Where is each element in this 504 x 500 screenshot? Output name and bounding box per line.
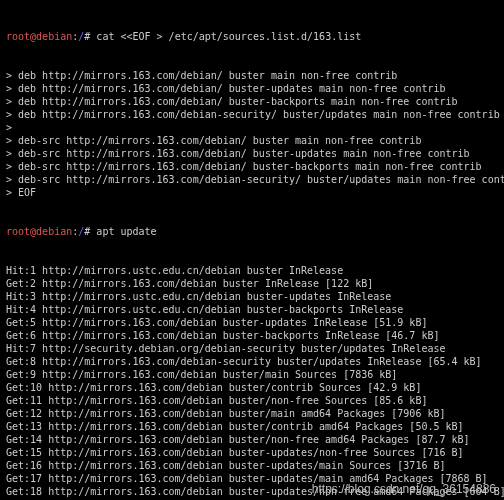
output-line: Get:6 http://mirrors.163.com/debian bust… [6,329,498,342]
prompt-end: # [84,226,90,237]
command-text: apt update [96,226,156,237]
output-line: Get:2 http://mirrors.163.com/debian bust… [6,277,498,290]
heredoc-line: > deb http://mirrors.163.com/debian/ bus… [6,69,498,82]
heredoc-line: > EOF [6,186,498,199]
heredoc-line: > deb http://mirrors.163.com/debian-secu… [6,108,498,121]
heredoc-line: > deb http://mirrors.163.com/debian/ bus… [6,82,498,95]
output-line: Get:12 http://mirrors.163.com/debian bus… [6,407,498,420]
output-line: Get:8 http://mirrors.163.com/debian-secu… [6,355,498,368]
output-line: Get:15 http://mirrors.163.com/debian bus… [6,446,498,459]
output-line: Get:11 http://mirrors.163.com/debian bus… [6,394,498,407]
heredoc-line: > deb-src http://mirrors.163.com/debian/… [6,160,498,173]
heredoc-line: > deb-src http://mirrors.163.com/debian-… [6,173,498,186]
output-line: Get:9 http://mirrors.163.com/debian bust… [6,368,498,381]
output-line: Hit:3 http://mirrors.ustc.edu.cn/debian … [6,290,498,303]
terminal-viewport[interactable]: root@debian:/# cat <<EOF > /etc/apt/sour… [0,0,504,500]
command-text: cat <<EOF > /etc/apt/sources.list.d/163.… [96,31,361,42]
output-line: Get:13 http://mirrors.163.com/debian bus… [6,420,498,433]
heredoc-line: > [6,121,498,134]
prompt-line-2: root@debian:/# apt update [6,225,498,238]
prompt-user: root@debian [6,31,72,42]
prompt-end: # [84,31,90,42]
heredoc-line: > deb http://mirrors.163.com/debian/ bus… [6,95,498,108]
output-line: Hit:7 http://security.debian.org/debian-… [6,342,498,355]
output-line: Hit:4 http://mirrors.ustc.edu.cn/debian … [6,303,498,316]
output-line: Get:5 http://mirrors.163.com/debian bust… [6,316,498,329]
prompt-line-1: root@debian:/# cat <<EOF > /etc/apt/sour… [6,30,498,43]
heredoc-line: > deb-src http://mirrors.163.com/debian/… [6,134,498,147]
heredoc-line: > deb-src http://mirrors.163.com/debian/… [6,147,498,160]
output-line: Get:14 http://mirrors.163.com/debian bus… [6,433,498,446]
watermark-text: https://blog.csdn.net/qq_36154886 [312,483,496,496]
output-line: Get:10 http://mirrors.163.com/debian bus… [6,381,498,394]
prompt-user: root@debian [6,226,72,237]
output-line: Get:16 http://mirrors.163.com/debian bus… [6,459,498,472]
output-line: Hit:1 http://mirrors.ustc.edu.cn/debian … [6,264,498,277]
